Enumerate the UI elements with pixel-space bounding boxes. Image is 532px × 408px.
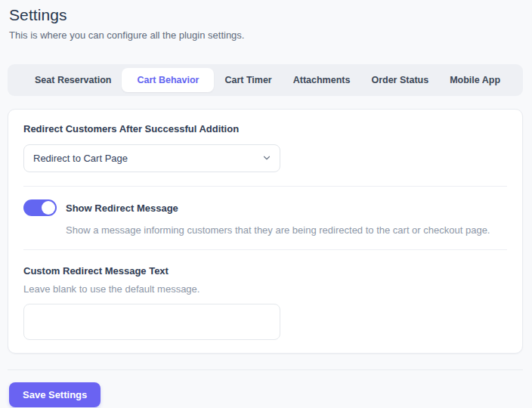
show-redirect-message-row: Show Redirect Message (23, 199, 507, 216)
redirect-select-label: Redirect Customers After Successful Addi… (23, 123, 507, 134)
custom-message-section: Custom Redirect Message Text Leave blank… (23, 265, 507, 340)
page-subtitle: This is where you can configure all the … (9, 29, 523, 41)
page-title: Settings (9, 6, 523, 24)
custom-message-input[interactable] (23, 304, 280, 340)
section-divider (23, 186, 507, 187)
show-redirect-message-toggle[interactable] (23, 199, 57, 216)
cart-behavior-panel: Redirect Customers After Successful Addi… (8, 109, 523, 354)
tab-cart-behavior[interactable]: Cart Behavior (122, 68, 214, 92)
toggle-knob (42, 201, 55, 215)
show-redirect-message-description: Show a message informing customers that … (66, 224, 507, 236)
save-settings-button[interactable]: Save Settings (9, 382, 101, 407)
tab-attachments[interactable]: Attachments (283, 68, 361, 92)
redirect-select-wrap: Redirect to Cart Page (23, 144, 280, 172)
redirect-select[interactable]: Redirect to Cart Page (23, 144, 280, 172)
tab-order-status[interactable]: Order Status (360, 68, 439, 92)
footer-divider (8, 369, 523, 370)
custom-message-hint: Leave blank to use the default message. (23, 283, 507, 295)
settings-page: Settings This is where you can configure… (0, 0, 532, 408)
settings-tabbar: Seat Reservation Cart Behavior Cart Time… (8, 64, 523, 96)
tab-cart-timer[interactable]: Cart Timer (214, 68, 282, 92)
show-redirect-message-label: Show Redirect Message (66, 202, 178, 214)
tab-mobile-app[interactable]: Mobile App (439, 68, 511, 92)
tab-seat-reservation[interactable]: Seat Reservation (24, 68, 122, 92)
custom-message-label: Custom Redirect Message Text (23, 265, 507, 277)
section-divider (23, 249, 507, 250)
page-header: Settings This is where you can configure… (0, 0, 532, 41)
